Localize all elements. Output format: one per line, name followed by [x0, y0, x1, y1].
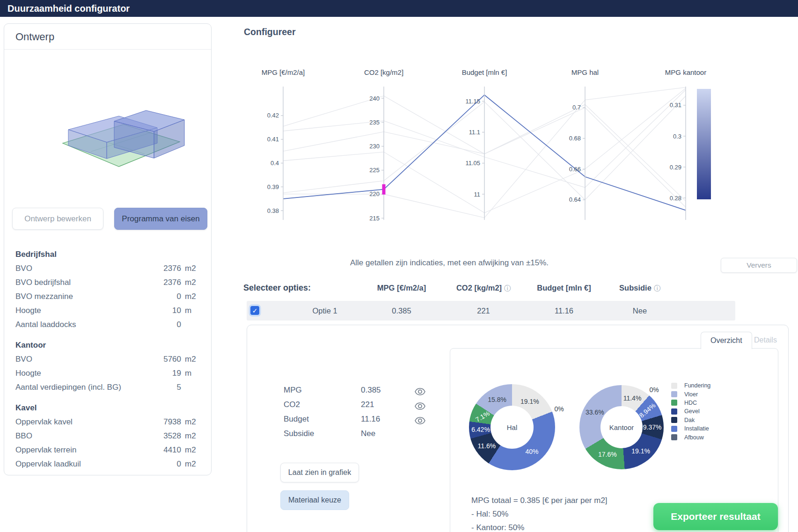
row-unit — [181, 380, 203, 394]
select-options-title: Selecteer opties: — [243, 282, 311, 294]
axis-tick-label: 0.28 — [670, 195, 681, 202]
row-label: Oppervlak laadkuil — [15, 457, 125, 471]
legend-label: Dak — [684, 417, 695, 423]
stat-row: CO2221 — [284, 397, 438, 412]
row-value: 0 — [125, 457, 181, 471]
row-value: 4410 — [125, 443, 181, 457]
legend-item[interactable]: Vloer — [671, 390, 710, 398]
materials-legend: FunderingVloerHDCGevelDakInstallatieAfbo… — [671, 381, 710, 442]
exporteer-resultaat-button[interactable]: Exporteer resultaat — [653, 503, 778, 530]
design-data-row: BBO3528m2 — [15, 429, 203, 443]
design-data-row: BVO2376m2 — [15, 262, 203, 276]
donut-slice-label: 8.94% — [638, 401, 657, 419]
column-header: Budget [mln €] — [537, 282, 591, 294]
row-value: 2376 — [125, 262, 181, 276]
axis-tick-label: 0.38 — [267, 207, 279, 214]
row-unit — [181, 318, 203, 332]
selection-marker — [382, 184, 386, 195]
ververs-button[interactable]: Ververs — [721, 258, 797, 273]
mpg-total-line: MPG totaal = 0.385 [€ per jaar per m2] — [471, 494, 608, 507]
axis-title: MPG kantoor — [665, 68, 706, 76]
row-unit: m2 — [181, 429, 203, 443]
axis-tick-label: 230 — [369, 143, 380, 150]
option-checkbox[interactable]: ✓ — [250, 306, 259, 315]
row-label: Hoogte — [15, 304, 125, 318]
donut-slice-label: 19.1% — [631, 447, 650, 455]
legend-label: Afbouw — [684, 434, 704, 441]
axis-tick-label: 0.31 — [670, 102, 681, 109]
option-value: Nee — [633, 301, 647, 321]
column-header: CO2 [kg/m2]ⓘ — [456, 282, 511, 294]
axis-tick-label: 220 — [369, 190, 380, 197]
stat-value: 0.385 — [361, 383, 381, 397]
option-value: 221 — [477, 301, 490, 321]
axis-tick-label: 0.4 — [271, 160, 279, 167]
legend-swatch — [671, 408, 677, 415]
option-row[interactable]: ✓ Optie 10.38522111.16Nee — [247, 301, 735, 321]
donut-slice-label: 19.1% — [520, 398, 539, 405]
parallel-coordinates-chart[interactable]: MPG [€/m2/a]0.420.410.40.390.38CO2 [kg/m… — [255, 66, 718, 227]
info-icon[interactable]: ⓘ — [654, 284, 660, 292]
axis-tick-label: 0.7 — [572, 104, 581, 111]
stat-label: CO2 — [284, 400, 300, 409]
materiaal-keuze-button[interactable]: Materiaal keuze — [280, 490, 349, 510]
legend-item[interactable]: Dak — [671, 416, 710, 424]
row-label: BBO — [15, 429, 125, 443]
row-label: Oppervlak terrein — [15, 443, 125, 457]
building-3d-view[interactable] — [49, 89, 198, 188]
donut-slice-label: 40% — [525, 448, 538, 455]
row-label: Aantal verdiepingen (incl. BG) — [15, 380, 125, 394]
section-title: Kavel — [15, 401, 203, 415]
donut-slice-label: 33.6% — [586, 408, 604, 416]
design-data-row: Aantal laaddocks0 — [15, 318, 203, 332]
legend-item[interactable]: HDC — [671, 399, 710, 407]
donut-slice-label: 0% — [555, 405, 564, 413]
ontwerp-panel-title: Ontwerp — [4, 24, 211, 50]
legend-label: Vloer — [684, 391, 698, 398]
stat-row: SubsidieNee — [284, 426, 438, 441]
legend-swatch — [671, 426, 677, 432]
check-icon: ✓ — [252, 307, 258, 314]
design-data-row: Aantal verdiepingen (incl. BG)5 — [15, 380, 203, 394]
info-icon[interactable]: ⓘ — [504, 284, 511, 292]
design-data-row: BVO bedrijfshal2376m2 — [15, 276, 203, 290]
row-value: 7938 — [125, 415, 181, 429]
legend-item[interactable]: Afbouw — [671, 433, 710, 441]
axis-title: MPG [€/m2/a] — [262, 68, 305, 76]
design-data-row: Hoogte19m — [15, 366, 203, 380]
legend-item[interactable]: Fundering — [671, 381, 710, 390]
row-value: 2376 — [125, 276, 181, 290]
axis-tick-label: 11.05 — [465, 160, 480, 167]
legend-label: Fundering — [684, 382, 710, 389]
design-data-row: Hoogte10m — [15, 304, 203, 318]
row-unit: m2 — [181, 415, 203, 429]
row-unit: m2 — [181, 443, 203, 457]
stat-value: 221 — [361, 397, 374, 412]
column-header: Subsidieⓘ — [619, 282, 660, 294]
axis-tick-label: 240 — [369, 95, 380, 102]
legend-swatch — [671, 391, 677, 397]
section-title: Kantoor — [15, 338, 203, 352]
row-value: 5 — [125, 380, 181, 394]
app-title-bar: Duurzaamheid configurator — [0, 0, 798, 17]
row-label: Hoogte — [15, 366, 125, 380]
axis-tick-label: 225 — [369, 167, 380, 174]
colorbar — [697, 89, 711, 199]
donut-slice-label: 15.8% — [488, 396, 506, 403]
programma-van-eisen-button[interactable]: Programma van eisen — [114, 208, 207, 230]
option-stats: MPG0.385CO2221Budget11.16SubsidieNee — [284, 383, 438, 441]
column-header: MPG [€/m2/a] — [377, 282, 426, 294]
mpg-kantoor-line: - Kantoor: 50% — [471, 521, 608, 532]
option-name: Optie 1 — [312, 301, 337, 321]
axis-tick-label: 11.1 — [469, 129, 480, 136]
legend-item[interactable]: Installatie — [671, 424, 710, 433]
design-data-row: Oppervlak kavel7938m2 — [15, 415, 203, 429]
donut-slice-label: 0% — [649, 386, 659, 394]
laat-zien-in-grafiek-button[interactable]: Laat zien in grafiek — [280, 463, 359, 482]
legend-item[interactable]: Gevel — [671, 407, 710, 415]
axis-tick-label: 0.66 — [569, 166, 581, 173]
stat-row: MPG0.385 — [284, 383, 438, 397]
row-value: 5760 — [125, 352, 181, 366]
ontwerp-bewerken-button[interactable]: Ontwerp bewerken — [12, 208, 103, 230]
tab-details[interactable]: Details — [745, 332, 786, 349]
